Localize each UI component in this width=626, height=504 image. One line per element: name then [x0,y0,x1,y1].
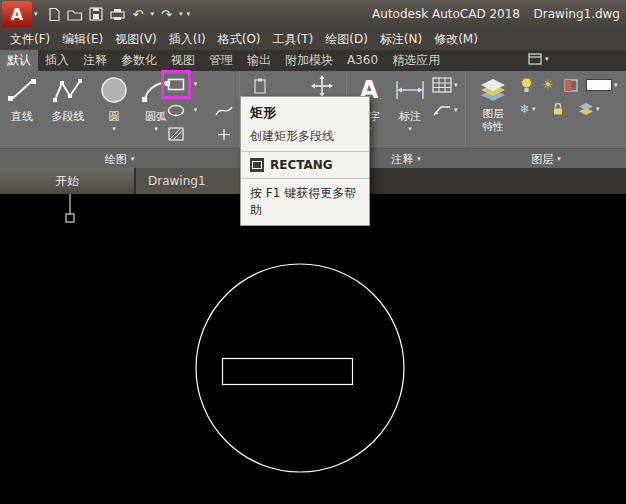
circle-flyout-chevron-icon[interactable]: ▾ [94,126,134,133]
move-icon [311,75,333,97]
menu-file[interactable]: 文件(F) [4,28,56,50]
ellipse-icon [167,104,185,117]
chevron-down-icon: ▾ [417,156,421,163]
menu-insert[interactable]: 插入(I) [163,28,212,50]
leader-tool-button[interactable]: ▾ [432,103,458,117]
chevron-down-icon: ▾ [614,82,618,89]
snowflake-icon: ❄ [520,103,530,115]
chevron-down-icon: ▾ [545,56,549,63]
layer-panel-label[interactable]: 图层 ▾ [466,149,626,169]
chevron-down-icon: ▾ [596,106,600,113]
ribbon-tab-featured-apps[interactable]: 精选应用 [385,50,447,71]
tooltip-description: 创建矩形多段线 [250,128,360,145]
isolate-icon [564,79,578,92]
ribbon-tab-output[interactable]: 输出 [240,50,278,71]
layer-color-swatch[interactable]: ▾ [586,79,618,91]
autocad-logo-button[interactable]: A [2,1,32,27]
chevron-down-icon: ▾ [194,107,198,114]
tooltip-help-text: 按 F1 键获得更多帮助 [250,186,356,217]
ribbon-tab-a360[interactable]: A360 [340,50,385,71]
redo-icon[interactable]: ↷ [158,6,175,23]
ribbon-panel-icon [528,53,542,65]
undo-chevron-down-icon[interactable]: ▾ [151,11,155,18]
ribbon-tab-addins[interactable]: 附加模块 [278,50,340,71]
layer-lock-button[interactable] [552,102,564,116]
point-tool-button[interactable] [212,123,236,145]
menu-view[interactable]: 视图(V) [109,28,163,50]
ribbon-tab-view[interactable]: 视图 [164,50,202,71]
app-title: Autodesk AutoCAD 2018 [372,0,520,28]
layer-sun-button[interactable]: ☀ [542,78,554,91]
open-file-icon[interactable] [67,6,84,23]
chevron-down-icon: ▾ [131,156,135,163]
layer-isolate-button[interactable] [564,79,578,92]
file-tab-start[interactable]: 开始 [0,168,135,194]
table-tool-button[interactable]: ▾ [432,77,458,93]
dimension-flyout-chevron-icon[interactable]: ▾ [392,126,428,133]
menu-edit[interactable]: 编辑(E) [56,28,109,50]
drawn-rectangle[interactable] [223,359,353,385]
qat-customize-chevron-icon[interactable]: ▾ [187,11,191,18]
drawn-circle[interactable] [196,264,404,472]
chevron-down-icon: ▾ [194,81,198,88]
layer-bulb-button[interactable] [520,77,533,93]
hatch-icon [168,127,184,141]
ribbon-tab-parametric[interactable]: 参数化 [114,50,164,71]
point-icon [217,128,231,141]
polyline-icon [44,73,92,107]
chevron-down-icon: ▾ [454,82,458,89]
ellipse-flyout-chevron-button[interactable]: ▾ [189,99,202,121]
quick-access-toolbar: ↶ ▾ ↷ ▾ ▾ [46,6,191,23]
line-tool-button[interactable]: 直线 [2,73,42,124]
circle-icon [94,73,134,107]
file-tab-drawing1[interactable]: Drawing1 [136,168,254,194]
autocad-window: A ▾ ↶ ▾ ↷ ▾ ▾ Autodesk AutoCAD 2018 Draw… [0,0,626,504]
autocad-logo-letter: A [11,5,23,24]
drawing-canvas[interactable] [0,194,626,504]
circle-tool-button[interactable]: 圆 ▾ [94,73,134,133]
hatch-tool-button[interactable] [164,123,188,145]
layer-properties-button[interactable]: 图层 特性 [470,73,516,133]
dimension-tool-button[interactable]: 标注 ▾ [392,73,428,133]
lightbulb-icon [520,77,533,93]
chevron-down-icon: ▾ [532,106,536,113]
ribbon-display-options[interactable]: ▾ [528,53,549,65]
rectangle-flyout-chevron-button[interactable]: ▾ [189,73,202,95]
menu-dimension[interactable]: 标注(N) [374,28,428,50]
menu-modify[interactable]: 修改(M) [428,28,484,50]
tooltip-command: RECTANG [270,158,333,172]
color-swatch [586,79,612,91]
polyline-tool-button[interactable]: 多段线 [44,73,92,124]
rectangle-icon [167,78,185,91]
clipboard-tool-button[interactable] [248,75,272,97]
plot-icon[interactable] [109,6,126,23]
menu-format[interactable]: 格式(O) [212,28,267,50]
redo-chevron-down-icon[interactable]: ▾ [179,11,183,18]
rectangle-tool-button[interactable] [164,73,188,95]
menu-tools[interactable]: 工具(T) [267,28,320,50]
lock-icon [552,102,564,116]
undo-icon[interactable]: ↶ [130,6,147,23]
document-title: Drawing1.dwg [534,0,620,28]
spline-tool-button[interactable] [212,99,236,121]
layer-state-button[interactable]: ▾ [578,102,600,116]
logo-chevron-down-icon[interactable]: ▾ [34,11,38,18]
save-icon[interactable] [88,6,105,23]
new-file-icon[interactable] [46,6,63,23]
draw-panel-label[interactable]: 绘图 ▾ [0,149,239,169]
ribbon-tab-insert[interactable]: 插入 [38,50,76,71]
dimension-icon [392,73,428,107]
table-icon [432,77,452,93]
layers-icon [470,73,516,107]
ribbon-tab-manage[interactable]: 管理 [202,50,240,71]
chevron-down-icon: ▾ [454,107,458,114]
ribbon-tab-home[interactable]: 默认 [0,50,38,71]
menu-draw[interactable]: 绘图(D) [319,28,374,50]
tooltip-title: 矩形 [250,104,360,122]
menu-bar: 文件(F) 编辑(E) 视图(V) 插入(I) 格式(O) 工具(T) 绘图(D… [0,28,626,50]
ribbon-tab-annotate[interactable]: 注释 [76,50,114,71]
layer-freeze-button[interactable]: ❄ ▾ [520,103,536,115]
ellipse-tool-button[interactable] [164,99,188,121]
sun-icon: ☀ [542,78,554,91]
spline-icon [215,104,233,117]
